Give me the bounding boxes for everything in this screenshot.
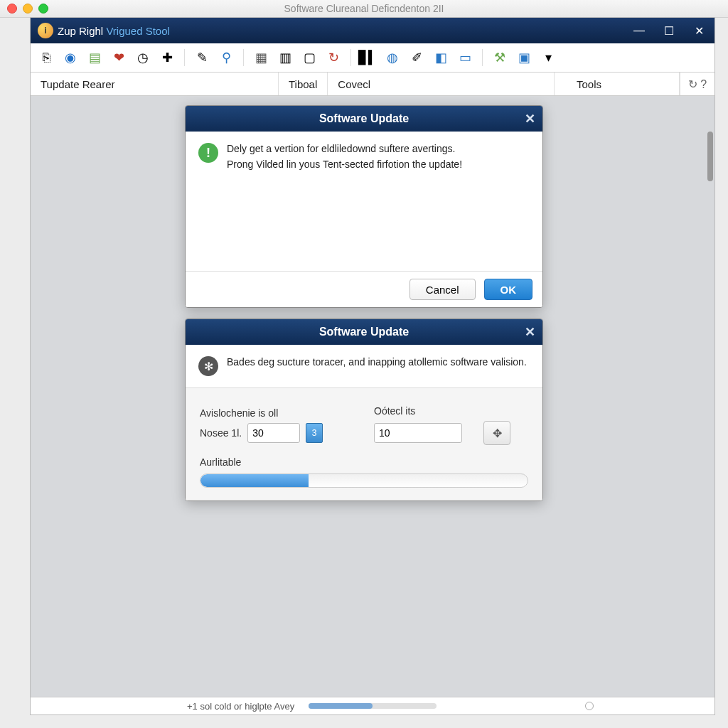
mac-window-title: Software Clureanal Deficndenton 2II [0, 3, 728, 14]
window-maximize-button[interactable]: ☐ [660, 24, 678, 38]
refresh-icon[interactable]: ↻ [323, 48, 343, 68]
toolbar-separator [243, 49, 244, 66]
pen-icon[interactable]: ✎ [192, 48, 212, 68]
ok-button[interactable]: OK [484, 279, 533, 300]
app-title: Zup Righl Vrigued Stool [58, 25, 170, 37]
plus-icon[interactable]: ✚ [157, 48, 177, 68]
dialog1-titlebar: Software Update ✕ [186, 106, 542, 132]
window-close-button[interactable]: ✕ [690, 24, 707, 38]
field1-label: Nosee 1l. [200, 427, 242, 439]
world-icon[interactable]: ◍ [382, 48, 402, 68]
status-progress [309, 703, 437, 709]
menu-search-help[interactable]: ↻ ? [680, 73, 714, 95]
app-title-secondary: Vrigued Stool [106, 25, 170, 37]
app-header-bar: i Zup Righl Vrigued Stool — ☐ ✕ [31, 18, 714, 43]
status-bar: +1 sol cold or higlpte Avey [31, 697, 714, 714]
main-toolbar: ⎘ ◉ ▤ ❤ ◷ ✚ ✎ ⚲ ▦ ▥ ▢ ↻ ▊▍ ◍ ✐ ◧ ▭ ⚒ ▣ ▾ [31, 43, 714, 73]
group2-label: Oótecl its [374, 405, 528, 417]
window-minimize-button[interactable]: — [631, 24, 648, 38]
dialog1-close-button[interactable]: ✕ [525, 111, 535, 127]
menu-covecl[interactable]: Covecl [328, 73, 555, 95]
dialog1-message: Dely get a vertion for eldliledownd suft… [227, 143, 462, 174]
dropdown-icon[interactable]: ▾ [538, 48, 558, 68]
heart-icon[interactable]: ❤ [109, 48, 129, 68]
dialog1-title: Software Update [319, 112, 409, 125]
key-icon[interactable]: ◧ [431, 48, 451, 68]
software-update-dialog-1: Software Update ✕ ! Dely get a vertion f… [185, 105, 543, 308]
home-icon[interactable]: ⎘ [36, 48, 56, 68]
group1-label: Avislochenie is oll [200, 407, 354, 419]
note-icon[interactable]: ▤ [85, 48, 105, 68]
toolbar-separator [482, 49, 483, 66]
software-update-dialog-2: Software Update ✕ ✻ Bades deg sucture to… [185, 318, 543, 501]
globe-icon[interactable]: ◉ [60, 48, 80, 68]
app-title-primary: Zup Righl [58, 25, 103, 37]
menu-tools[interactable]: Tools [567, 73, 680, 95]
chart-icon[interactable]: ▊▍ [358, 48, 378, 68]
dialog2-message: Bades deg sucture toracer, and inapping … [227, 356, 527, 376]
menu-updater[interactable]: Tupdate Rearer [31, 73, 279, 95]
info-icon: ! [198, 143, 218, 163]
progress-fill [200, 474, 309, 487]
field1-stepper[interactable]: 3 [306, 423, 323, 443]
dialog2-body-text: Bades deg sucture toracer, and inapping … [227, 356, 527, 368]
tag-icon[interactable]: ⚲ [216, 48, 236, 68]
toolbar-separator [184, 49, 185, 66]
dialog1-line1: Dely get a vertion for eldliledownd suft… [227, 143, 462, 154]
dialog1-line2: Prong Vilded lin yous Tent-sected firfot… [227, 159, 462, 170]
app-logo-icon: i [38, 23, 53, 38]
field2-input[interactable] [374, 423, 462, 443]
vertical-scrollbar[interactable] [707, 132, 713, 181]
expand-button[interactable]: ✥ [483, 421, 510, 445]
card-icon[interactable]: ▭ [455, 48, 475, 68]
page-icon[interactable]: ▢ [299, 48, 319, 68]
mac-window-titlebar: Software Clureanal Deficndenton 2II [0, 0, 728, 18]
window-icon[interactable]: ▣ [514, 48, 534, 68]
menu-bar: Tupdate Rearer Tiboal Covecl Tools ↻ ? [31, 73, 714, 96]
dialog2-close-button[interactable]: ✕ [525, 324, 535, 340]
status-text: +1 sol cold or higlpte Avey [187, 701, 294, 712]
cancel-button[interactable]: Cancel [410, 279, 476, 300]
dialog2-title: Software Update [319, 326, 409, 338]
clock-icon[interactable]: ◷ [133, 48, 153, 68]
gear-icon: ✻ [198, 356, 218, 376]
toolbar-separator [350, 49, 351, 66]
progress-label: Aurlitable [200, 456, 528, 468]
field1-input[interactable] [247, 423, 300, 443]
progress-bar [200, 473, 528, 488]
wrench-icon[interactable]: ⚒ [490, 48, 510, 68]
status-indicator-icon [585, 702, 594, 710]
edit-icon[interactable]: ✐ [407, 48, 427, 68]
grid-icon[interactable]: ▥ [275, 48, 295, 68]
calendar-icon[interactable]: ▦ [251, 48, 271, 68]
menu-tiboal[interactable]: Tiboal [279, 73, 328, 95]
dialog2-titlebar: Software Update ✕ [186, 319, 542, 345]
